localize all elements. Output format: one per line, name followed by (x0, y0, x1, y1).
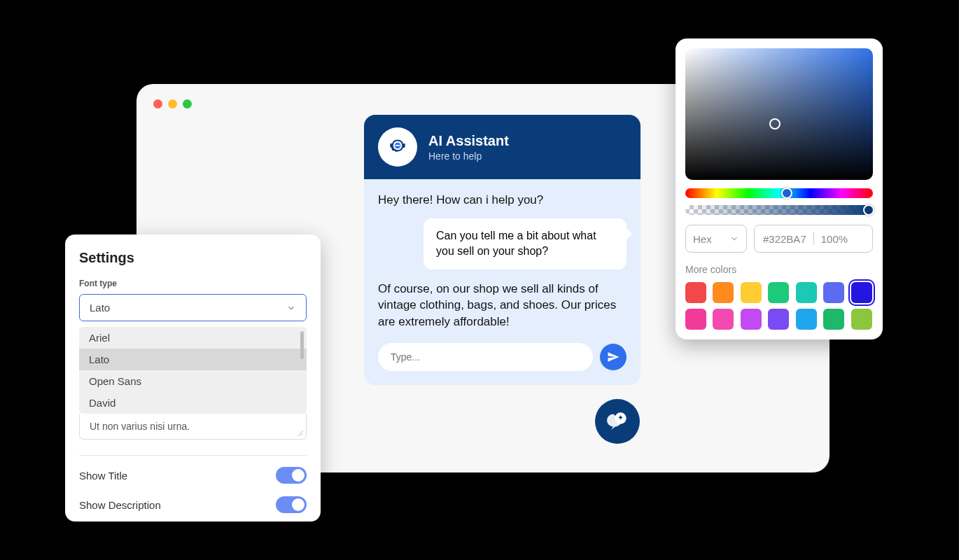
close-window-button[interactable] (153, 99, 162, 108)
alpha-slider[interactable] (685, 205, 873, 215)
font-option-opensans[interactable]: Open Sans (79, 370, 307, 392)
hex-value: #322BA7 (763, 233, 806, 245)
minimize-window-button[interactable] (168, 99, 177, 108)
color-swatch[interactable] (796, 282, 817, 303)
chat-input[interactable] (378, 343, 593, 371)
svg-rect-6 (402, 144, 405, 148)
saturation-area[interactable] (685, 48, 873, 180)
send-icon (607, 351, 620, 363)
bot-message: Hey there! How can i help you? (378, 192, 626, 209)
svg-point-7 (395, 150, 397, 152)
chat-subtitle: Here to help (428, 150, 509, 162)
chat-body: Hey there! How can i help you? Can you t… (364, 179, 640, 385)
chat-title: AI Assistant (428, 133, 509, 149)
color-swatch[interactable] (713, 282, 734, 303)
color-format-label: Hex (693, 233, 712, 245)
show-description-toggle[interactable] (276, 496, 307, 513)
color-swatch[interactable] (768, 309, 789, 330)
settings-title: Settings (79, 250, 307, 266)
color-swatch[interactable] (685, 282, 706, 303)
hex-input[interactable]: #322BA7 100% (754, 225, 873, 253)
svg-rect-5 (390, 144, 392, 148)
user-message-wrap: Can you tell me a bit about what you sel… (378, 218, 626, 270)
alpha-thumb[interactable] (863, 204, 874, 216)
chat-widget: AI Assistant Here to help Hey there! How… (364, 115, 640, 385)
show-description-row: Show Description (79, 496, 307, 513)
font-selected-value: Lato (90, 302, 110, 314)
color-swatch[interactable] (851, 309, 872, 330)
more-colors-label: More colors (685, 264, 873, 275)
chevron-down-icon (729, 234, 739, 244)
hue-slider[interactable] (685, 188, 873, 198)
chat-launcher-button[interactable] (595, 399, 640, 444)
settings-textarea[interactable]: Ut non varius nisi urna. (79, 414, 307, 440)
show-title-row: Show Title (79, 467, 307, 484)
chat-bubble-icon (605, 409, 630, 434)
user-message: Can you tell me a bit about what you sel… (424, 218, 626, 270)
svg-point-4 (398, 145, 400, 146)
divider (79, 455, 307, 456)
font-option-lato[interactable]: Lato (79, 349, 307, 370)
show-title-label: Show Title (79, 470, 127, 482)
color-swatch[interactable] (823, 282, 844, 303)
show-description-label: Show Description (79, 499, 161, 511)
svg-point-3 (397, 145, 398, 146)
color-swatch[interactable] (823, 309, 844, 330)
color-swatch[interactable] (713, 309, 734, 330)
assistant-avatar (378, 127, 417, 167)
font-type-label: Font type (79, 279, 307, 288)
dropdown-scrollbar[interactable] (300, 331, 304, 359)
textarea-content: Ut non varius nisi urna. (90, 421, 190, 432)
font-option-ariel[interactable]: Ariel (79, 327, 307, 349)
svg-point-2 (396, 145, 397, 146)
font-type-select[interactable]: Lato (79, 294, 307, 321)
hue-thumb[interactable] (781, 188, 792, 199)
alpha-value: 100% (821, 233, 848, 245)
font-option-david[interactable]: David (79, 392, 307, 414)
chat-header: AI Assistant Here to help (364, 115, 640, 179)
color-swatch[interactable] (685, 309, 706, 330)
maximize-window-button[interactable] (183, 99, 192, 108)
chat-input-row (378, 343, 626, 371)
separator (813, 232, 814, 245)
color-swatch[interactable] (768, 282, 789, 303)
color-format-row: Hex #322BA7 100% (685, 225, 873, 253)
show-title-toggle[interactable] (276, 467, 307, 484)
bot-message: Of course, on our shop we sell all kinds… (378, 281, 626, 330)
color-picker-panel: Hex #322BA7 100% More colors (676, 38, 883, 340)
resize-handle-icon[interactable] (297, 430, 304, 437)
settings-panel: Settings Font type Lato Ariel Lato Open … (65, 234, 321, 522)
chat-header-text: AI Assistant Here to help (428, 133, 509, 162)
chevron-down-icon (286, 303, 296, 313)
color-swatch-grid (685, 282, 873, 330)
color-format-select[interactable]: Hex (685, 225, 747, 253)
color-swatch[interactable] (851, 282, 872, 303)
headset-icon (386, 135, 410, 159)
font-dropdown-list: Ariel Lato Open Sans David (79, 327, 307, 414)
color-swatch[interactable] (741, 309, 762, 330)
send-button[interactable] (600, 344, 626, 370)
saturation-cursor[interactable] (769, 118, 780, 130)
color-swatch[interactable] (741, 282, 762, 303)
color-swatch[interactable] (796, 309, 817, 330)
